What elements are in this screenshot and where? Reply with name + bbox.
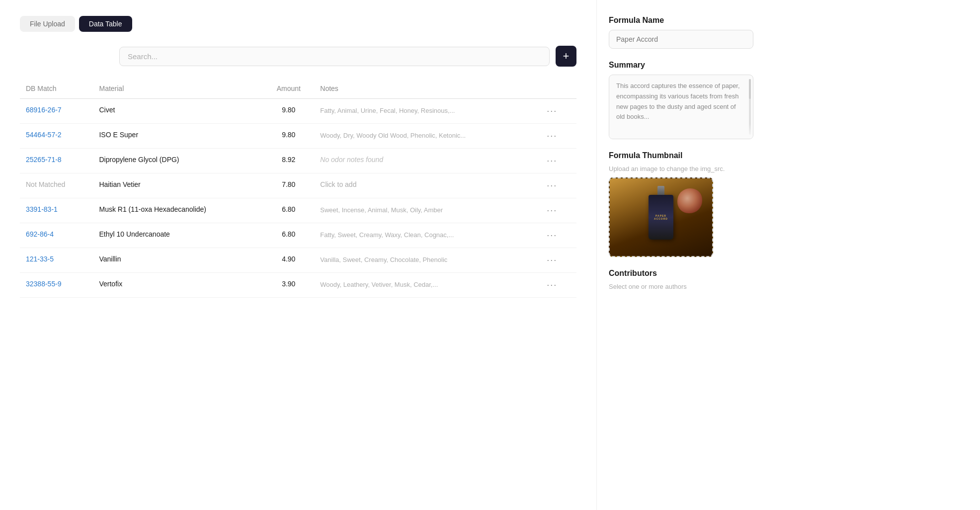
db-match-unmatched: Not Matched xyxy=(26,180,65,188)
table-row: Not MatchedHaitian Vetier7.80Click to ad… xyxy=(20,173,576,198)
search-input[interactable] xyxy=(119,47,550,66)
db-match-link[interactable]: 692-86-4 xyxy=(26,230,54,238)
col-header-material: Material xyxy=(93,81,263,99)
material-name: Musk R1 (11-oxa Hexadecanolide) xyxy=(93,198,263,223)
material-name: ISO E Super xyxy=(93,124,263,149)
table-row: 121-33-5Vanillin4.90Vanilla, Sweet, Crea… xyxy=(20,248,576,273)
table-row: 54464-57-2ISO E Super9.80Woody, Dry, Woo… xyxy=(20,124,576,149)
db-match-link[interactable]: 32388-55-9 xyxy=(26,280,62,288)
amount-value: 7.80 xyxy=(263,173,314,198)
formula-name-input[interactable] xyxy=(609,30,753,49)
amount-value: 8.92 xyxy=(263,149,314,173)
tab-data-table[interactable]: Data Table xyxy=(79,16,132,32)
notes-cell: No odor notes found xyxy=(314,149,539,173)
perfume-bottle: PAPER ACCORD xyxy=(649,195,673,240)
col-header-notes: Notes xyxy=(314,81,539,99)
material-name: Vertofix xyxy=(93,273,263,298)
data-table: DB Match Material Amount Notes 68916-26-… xyxy=(20,81,576,298)
table-row: 25265-71-8Dipropylene Glycol (DPG)8.92No… xyxy=(20,149,576,173)
row-more-button[interactable]: ··· xyxy=(545,131,559,141)
material-name: Haitian Vetier xyxy=(93,173,263,198)
notes-cell: Sweet, Incense, Animal, Musk, Oily, Ambe… xyxy=(314,198,539,223)
contributors-description: Select one or more authors xyxy=(609,283,753,290)
col-header-db-match: DB Match xyxy=(20,81,93,99)
perfume-background: PAPER ACCORD xyxy=(610,178,712,256)
row-more-button[interactable]: ··· xyxy=(545,280,559,290)
search-wrap xyxy=(119,47,550,66)
row-more-button[interactable]: ··· xyxy=(545,180,559,191)
contributors-section: Contributors Select one or more authors xyxy=(609,269,753,290)
notes-cell: Vanilla, Sweet, Creamy, Chocolate, Pheno… xyxy=(314,248,539,273)
bottle-cap xyxy=(657,186,664,195)
amount-value: 6.80 xyxy=(263,223,314,248)
db-match-link[interactable]: 25265-71-8 xyxy=(26,156,62,164)
tab-bar: File Upload Data Table xyxy=(20,16,576,32)
summary-section: Summary This accord captures the essence… xyxy=(609,61,753,139)
right-panel: Formula Name Summary This accord capture… xyxy=(596,0,765,510)
add-button[interactable]: + xyxy=(556,46,576,67)
col-header-amount: Amount xyxy=(263,81,314,99)
formula-name-label: Formula Name xyxy=(609,16,753,25)
material-name: Civet xyxy=(93,99,263,124)
scrollbar xyxy=(749,79,751,135)
db-match-link[interactable]: 3391-83-1 xyxy=(26,205,58,213)
scrollbar-thumb xyxy=(749,79,751,99)
table-row: 3391-83-1Musk R1 (11-oxa Hexadecanolide)… xyxy=(20,198,576,223)
thumbnail-description: Upload an image to change the img_src. xyxy=(609,165,753,172)
table-row: 68916-26-7Civet9.80Fatty, Animal, Urine,… xyxy=(20,99,576,124)
thumbnail-image[interactable]: PAPER ACCORD xyxy=(609,177,713,257)
db-match-link[interactable]: 121-33-5 xyxy=(26,255,54,263)
amount-value: 3.90 xyxy=(263,273,314,298)
db-match-link[interactable]: 68916-26-7 xyxy=(26,106,62,114)
search-row: + xyxy=(119,46,576,67)
bottle-label: PAPER ACCORD xyxy=(654,214,668,220)
bottle-text-line2: ACCORD xyxy=(654,217,668,220)
row-more-button[interactable]: ··· xyxy=(545,205,559,216)
notes-cell: Fatty, Sweet, Creamy, Waxy, Clean, Cogna… xyxy=(314,223,539,248)
db-match-link[interactable]: 54464-57-2 xyxy=(26,131,62,139)
contributors-label: Contributors xyxy=(609,269,753,278)
summary-box[interactable]: This accord captures the essence of pape… xyxy=(609,75,753,139)
notes-cell: Woody, Leathery, Vetiver, Musk, Cedar,..… xyxy=(314,273,539,298)
row-more-button[interactable]: ··· xyxy=(545,255,559,265)
notes-cell: Fatty, Animal, Urine, Fecal, Honey, Resi… xyxy=(314,99,539,124)
row-more-button[interactable]: ··· xyxy=(545,230,559,241)
row-more-button[interactable]: ··· xyxy=(545,156,559,166)
amount-value: 9.80 xyxy=(263,124,314,149)
thumbnail-label: Formula Thumbnail xyxy=(609,151,753,160)
table-row: 32388-55-9Vertofix3.90Woody, Leathery, V… xyxy=(20,273,576,298)
thumbnail-inner: PAPER ACCORD xyxy=(610,178,712,256)
formula-name-section: Formula Name xyxy=(609,16,753,49)
rose-decoration xyxy=(677,188,702,213)
notes-cell: Click to add xyxy=(314,173,539,198)
amount-value: 6.80 xyxy=(263,198,314,223)
summary-text: This accord captures the essence of pape… xyxy=(616,82,740,120)
material-name: Ethyl 10 Undercanoate xyxy=(93,223,263,248)
amount-value: 4.90 xyxy=(263,248,314,273)
amount-value: 9.80 xyxy=(263,99,314,124)
table-row: 692-86-4Ethyl 10 Undercanoate6.80Fatty, … xyxy=(20,223,576,248)
tab-file-upload[interactable]: File Upload xyxy=(20,16,75,32)
row-more-button[interactable]: ··· xyxy=(545,106,559,116)
thumbnail-section: Formula Thumbnail Upload an image to cha… xyxy=(609,151,753,257)
notes-cell: Woody, Dry, Woody Old Wood, Phenolic, Ke… xyxy=(314,124,539,149)
material-name: Dipropylene Glycol (DPG) xyxy=(93,149,263,173)
summary-label: Summary xyxy=(609,61,753,70)
material-name: Vanillin xyxy=(93,248,263,273)
